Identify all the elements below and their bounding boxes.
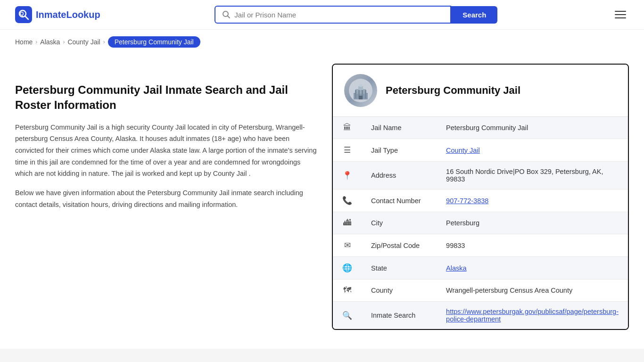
field-value: 16 South Nordic Drive|PO Box 329, Peters… [437,162,628,189]
logo-text: InmateLookup [36,9,100,20]
field-value: 99833 [437,234,628,257]
field-icon: 🏛 [333,117,362,139]
svg-text:Q: Q [20,11,24,16]
description-paragraph-1: Petersburg Community Jail is a high secu… [15,122,317,180]
search-button[interactable]: Search [451,6,497,24]
jail-image [344,74,377,107]
hamburger-line-1 [615,11,626,12]
field-link[interactable]: County Jail [446,147,480,154]
left-column: Petersburg Community Jail Inmate Search … [15,64,317,330]
breadcrumb-chevron-3: › [103,39,105,45]
field-label: Jail Type [362,139,437,162]
search-icon [222,10,231,19]
table-row: 🗺CountyWrangell-petersburg Census Area C… [333,280,628,302]
field-icon: 🗺 [333,280,362,302]
page-heading: Petersburg Community Jail Inmate Search … [15,82,317,113]
breadcrumb-current: Petersburg Community Jail [108,36,200,48]
field-value[interactable]: County Jail [437,139,628,162]
table-row: 📞Contact Number907-772-3838 [333,189,628,212]
footer-spacer [0,349,644,362]
field-value: Petersburg [437,212,628,234]
field-label: Zip/Postal Code [362,234,437,257]
jail-info-table: 🏛Jail NamePetersburg Community Jail☰Jail… [333,117,628,329]
breadcrumb: Home › Alaska › County Jail › Petersburg… [0,30,644,54]
field-value: Petersburg Community Jail [437,117,628,139]
table-row: 🏙CityPetersburg [333,212,628,234]
field-icon: 🌐 [333,257,362,280]
description-paragraph-2: Below we have given information about th… [15,187,317,210]
field-label: City [362,212,437,234]
main-content: Petersburg Community Jail Inmate Search … [0,54,644,349]
breadcrumb-home[interactable]: Home [15,38,33,46]
search-input[interactable] [234,11,444,19]
header: Q InmateLookup Search [0,0,644,30]
table-row: 🔍Inmate Searchhttps://www.petersburgak.g… [333,302,628,329]
field-icon: 📍 [333,162,362,189]
field-label: Jail Name [362,117,437,139]
field-icon: ✉ [333,234,362,257]
logo-icon: Q [15,6,32,23]
table-row: ✉Zip/Postal Code99833 [333,234,628,257]
breadcrumb-county-jail[interactable]: County Jail [67,38,100,46]
field-icon: 🏙 [333,212,362,234]
svg-rect-15 [359,96,363,99]
field-value[interactable]: 907-772-3838 [437,189,628,212]
table-row: 🌐StateAlaska [333,257,628,280]
field-link[interactable]: https://www.petersburgak.gov/publicsaf/p… [446,308,619,323]
field-label: State [362,257,437,280]
hamburger-menu[interactable] [612,8,629,21]
jail-card-header: Petersburg Community Jail [333,65,628,117]
svg-line-5 [228,16,230,18]
right-column: Petersburg Community Jail 🏛Jail NamePete… [332,64,629,330]
jail-card: Petersburg Community Jail 🏛Jail NamePete… [332,64,629,330]
hamburger-line-3 [615,17,626,18]
table-row: ☰Jail TypeCounty Jail [333,139,628,162]
field-value[interactable]: Alaska [437,257,628,280]
hamburger-line-2 [615,14,626,15]
breadcrumb-chevron-1: › [35,39,37,45]
field-link[interactable]: Alaska [446,264,467,272]
svg-rect-10 [359,84,362,87]
field-icon: 🔍 [333,302,362,329]
field-label: Address [362,162,437,189]
field-value[interactable]: https://www.petersburgak.gov/publicsaf/p… [437,302,628,329]
jail-card-title: Petersburg Community Jail [386,84,520,97]
search-area: Search [215,6,497,24]
field-icon: 📞 [333,189,362,212]
svg-rect-11 [355,90,356,99]
field-label: Inmate Search [362,302,437,329]
table-row: 📍Address16 South Nordic Drive|PO Box 329… [333,162,628,189]
table-row: 🏛Jail NamePetersburg Community Jail [333,117,628,139]
breadcrumb-chevron-2: › [63,39,65,45]
search-input-wrapper [215,6,451,24]
field-icon: ☰ [333,139,362,162]
field-value: Wrangell-petersburg Census Area County [437,280,628,302]
field-label: Contact Number [362,189,437,212]
svg-rect-14 [365,90,366,99]
breadcrumb-alaska[interactable]: Alaska [40,38,60,46]
field-label: County [362,280,437,302]
field-link[interactable]: 907-772-3838 [446,197,488,205]
logo-link[interactable]: Q InmateLookup [15,6,100,23]
svg-rect-9 [358,86,363,90]
